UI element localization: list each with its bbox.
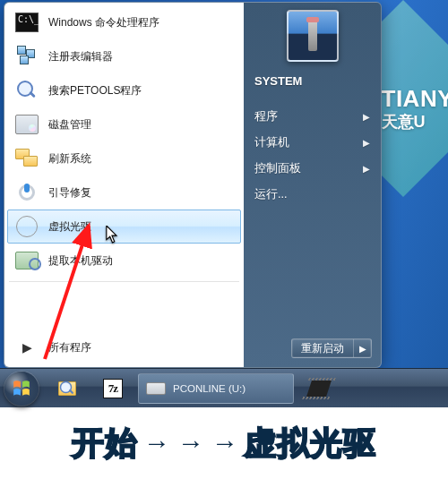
chevron-right-icon: ▶ [14,335,39,360]
rlink-programs[interactable]: 程序 ▶ [253,104,372,130]
sevenzip-icon: 7z [103,379,123,398]
taskbar-search[interactable] [48,373,88,404]
taskbar: 7z PCONLINE (U:) [0,368,448,407]
driver-icon [14,248,39,273]
rlink-control-panel[interactable]: 控制面板 ▶ [253,156,372,182]
start-item-regedit[interactable]: 注册表编辑器 [7,39,241,73]
start-item-search-petools[interactable]: 搜索PETOOLS程序 [7,73,241,107]
chevron-right-icon[interactable]: ▶ [353,339,371,357]
start-item-cmd[interactable]: C:\_ Windows 命令处理程序 [7,5,241,39]
taskbar-7zip[interactable]: 7z [93,373,133,404]
cmd-icon: C:\_ [14,10,39,35]
arrow-right-icon: → [142,428,172,458]
start-item-boot-repair[interactable]: 引导修复 [7,175,241,210]
caption-word-start: 开始 [72,422,138,466]
start-menu-right: SYSTEM 程序 ▶ 计算机 ▶ 控制面板 ▶ 运行... 重新启动 ▶ [244,3,381,367]
start-button[interactable] [0,369,43,408]
chip-icon [309,379,329,398]
taskbar-task-pconline[interactable]: PCONLINE (U:) [138,373,294,404]
restart-label: 重新启动 [292,342,353,355]
drive-icon [146,379,166,398]
start-item-label: 磁盘管理 [48,117,91,133]
cd-icon [14,214,39,239]
wallpaper-line1: TIANY [382,86,449,113]
rlink-label: 控制面板 [254,161,301,176]
start-item-disk-mgmt[interactable]: 磁盘管理 [7,107,241,141]
power-icon [14,180,39,205]
start-item-refresh-system[interactable]: 刷新系统 [7,141,241,175]
start-all-programs-label: 所有程序 [48,340,91,355]
taskbar-chip-tool[interactable] [299,373,339,404]
start-item-label: 刷新系统 [48,151,91,167]
taskbar-task-label: PCONLINE (U:) [173,383,246,394]
disk-icon [14,112,39,137]
separator [9,281,239,282]
username: SYSTEM [253,74,372,88]
wallpaper-line2: 天意U [382,113,449,132]
start-item-extract-drivers[interactable]: 提取本机驱动 [7,244,241,278]
registry-icon [14,44,39,69]
start-menu-programs: C:\_ Windows 命令处理程序 注册表编辑器 搜索PETOOLS程序 磁… [4,3,244,367]
cursor-icon [106,226,119,247]
start-item-label: 引导修复 [48,185,91,201]
chevron-right-icon: ▶ [363,112,370,122]
rlink-label: 程序 [254,109,278,124]
search-folder-icon [58,379,78,398]
start-item-label: 虚拟光驱 [48,219,91,235]
chevron-right-icon: ▶ [363,138,370,148]
start-item-virtual-cd[interactable]: 虚拟光驱 [7,210,241,244]
arrow-right-icon: → [176,428,206,458]
lighthouse-icon [308,21,317,51]
start-menu: C:\_ Windows 命令处理程序 注册表编辑器 搜索PETOOLS程序 磁… [4,2,382,368]
rlink-run[interactable]: 运行... [253,182,372,208]
caption-word-virtualcd: 虚拟光驱 [244,422,376,466]
arrow-right-icon: → [210,428,240,458]
start-all-programs[interactable]: ▶ 所有程序 [7,330,241,364]
desktop: TIANY 天意U C:\_ Windows 命令处理程序 注册表编辑器 搜索P… [0,0,448,407]
user-picture[interactable] [287,10,339,62]
start-item-label: 提取本机驱动 [48,253,113,269]
start-item-label: Windows 命令处理程序 [48,15,159,30]
instruction-caption: 开始 → → → 虚拟光驱 [0,407,448,479]
start-item-label: 搜索PETOOLS程序 [48,83,142,98]
chevron-right-icon: ▶ [363,164,370,174]
folders-icon [14,146,39,171]
restart-button[interactable]: 重新启动 ▶ [291,338,372,358]
rlink-computer[interactable]: 计算机 ▶ [253,130,372,156]
windows-orb-icon [4,372,39,406]
search-icon [14,78,39,103]
rlink-label: 计算机 [254,135,289,150]
rlink-label: 运行... [254,187,287,202]
wallpaper-brand: TIANY 天意U [382,86,449,132]
start-item-label: 注册表编辑器 [48,49,113,64]
